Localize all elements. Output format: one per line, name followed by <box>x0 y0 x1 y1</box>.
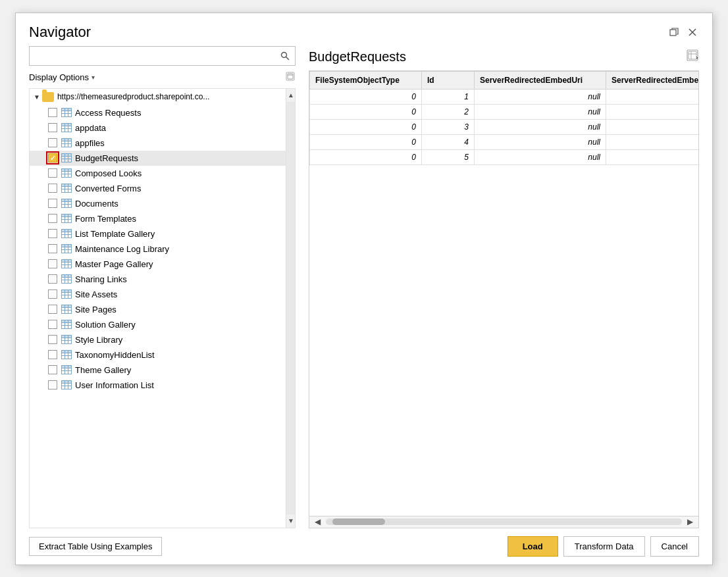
close-button[interactable] <box>686 26 699 39</box>
tree-item-checkbox[interactable] <box>48 229 57 238</box>
tree-item[interactable]: Solution Gallery <box>30 317 286 332</box>
tree-item[interactable]: Site Pages <box>30 302 286 317</box>
svg-line-4 <box>286 57 290 60</box>
tree-item-checkbox[interactable] <box>48 335 57 344</box>
table-cell: 0 <box>310 104 422 119</box>
tree-item-label: BudgetRequests <box>75 153 138 163</box>
svg-point-3 <box>282 52 287 57</box>
tree-item[interactable]: List Template Gallery <box>30 226 286 241</box>
load-button[interactable]: Load <box>507 536 558 557</box>
tree-item-label: Site Pages <box>75 305 117 314</box>
tree-item[interactable]: appdata <box>30 120 286 136</box>
tree-item-checkbox[interactable] <box>48 259 57 268</box>
bottom-bar: Extract Table Using Examples Load Transf… <box>16 528 712 564</box>
table-cell <box>606 104 699 119</box>
tree-item-label: appfiles <box>75 138 105 148</box>
tree-items-container: Access Requests appdata appfiles BudgetR… <box>30 105 286 393</box>
tree-item[interactable]: Maintenance Log Library <box>30 241 286 257</box>
hscroll-right-button[interactable]: ▶ <box>685 517 696 526</box>
folder-icon <box>42 92 54 102</box>
tree-item-checkbox[interactable] <box>48 214 57 223</box>
tree-item[interactable]: Documents <box>30 196 286 211</box>
tree-item-checkbox[interactable] <box>48 184 57 193</box>
tree-item-checkbox[interactable] <box>48 199 57 208</box>
tree-root-item[interactable]: ▼ https://themeasuredproduct.sharepoint.… <box>30 89 286 105</box>
tree-item[interactable]: Style Library <box>30 332 286 347</box>
table-icon <box>61 289 72 299</box>
window-controls <box>667 26 699 39</box>
scroll-column: ▲ ▼ <box>286 89 295 528</box>
tree-item[interactable]: Composed Looks <box>30 166 286 181</box>
tree-item-checkbox[interactable] <box>48 380 57 389</box>
transform-data-button[interactable]: Transform Data <box>563 536 645 557</box>
tree-item-label: User Information List <box>75 380 154 390</box>
tree-item-checkbox[interactable] <box>48 305 57 314</box>
search-input[interactable] <box>30 47 275 65</box>
title-bar: Navigator <box>16 13 712 46</box>
refresh-button[interactable] <box>285 71 296 84</box>
tree-item-label: Converted Forms <box>75 184 141 193</box>
tree-item[interactable]: TaxonomyHiddenList <box>30 347 286 363</box>
tree-item-label: Style Library <box>75 335 122 345</box>
action-buttons: Load Transform Data Cancel <box>507 536 699 557</box>
tree-item-checkbox[interactable] <box>48 168 57 178</box>
dialog-title: Navigator <box>29 24 91 41</box>
tree-item[interactable]: User Information List <box>30 378 286 393</box>
table-cell <box>606 119 699 134</box>
tree-item[interactable]: Converted Forms <box>30 181 286 196</box>
tree-item-checkbox[interactable] <box>48 289 57 299</box>
svg-rect-0 <box>670 30 676 36</box>
tree-item-checkbox[interactable] <box>48 123 57 132</box>
cancel-button[interactable]: Cancel <box>650 536 699 557</box>
hscroll-track[interactable] <box>326 518 682 525</box>
scroll-down-button[interactable]: ▼ <box>286 514 296 528</box>
table-body: 01null02null03null04null05null <box>310 89 699 164</box>
hscroll-left-button[interactable]: ◀ <box>312 517 323 526</box>
tree-item-checkbox[interactable] <box>48 138 57 147</box>
search-bar <box>29 46 296 66</box>
tree-item-checkbox[interactable] <box>48 244 57 253</box>
tree-item-checkbox[interactable] <box>48 274 57 284</box>
scroll-up-button[interactable]: ▲ <box>286 89 296 102</box>
table-header-cell: ServerRedirectedEmbedUri <box>475 71 606 89</box>
tree-item-checkbox[interactable] <box>48 350 57 359</box>
extract-table-button[interactable]: Extract Table Using Examples <box>29 537 162 556</box>
display-options-button[interactable]: Display Options ▾ <box>29 72 95 82</box>
table-cell: null <box>475 89 606 104</box>
table-header-cell: FileSystemObjectType <box>310 71 422 89</box>
tree-item[interactable]: Theme Gallery <box>30 363 286 378</box>
table-icon <box>61 259 72 268</box>
tree-item[interactable]: appfiles <box>30 136 286 151</box>
search-button[interactable] <box>275 46 295 66</box>
table-icon <box>61 229 72 238</box>
tree-item-checkbox[interactable] <box>48 153 57 163</box>
tree-item[interactable]: BudgetRequests <box>30 151 286 166</box>
tree-item[interactable]: Sharing Links <box>30 272 286 287</box>
table-header-cell: ServerRedirectedEmbed <box>606 71 699 89</box>
tree-item-checkbox[interactable] <box>48 365 57 374</box>
hscroll-thumb[interactable] <box>332 518 385 525</box>
table-icon <box>61 350 72 359</box>
tree-item-label: Solution Gallery <box>75 320 136 330</box>
table-cell: null <box>475 134 606 149</box>
tree-item-checkbox[interactable] <box>48 108 57 117</box>
svg-rect-6 <box>288 74 293 79</box>
data-table-wrapper: FileSystemObjectTypeIdServerRedirectedEm… <box>309 70 699 528</box>
tree-item[interactable]: Access Requests <box>30 105 286 120</box>
tree-item[interactable]: Site Assets <box>30 287 286 302</box>
table-header-row: FileSystemObjectTypeIdServerRedirectedEm… <box>310 71 699 89</box>
tree-item-checkbox[interactable] <box>48 320 57 329</box>
tree-item-label: Master Page Gallery <box>75 259 153 269</box>
table-options-icon[interactable] <box>686 49 699 65</box>
display-options-row: Display Options ▾ <box>29 71 296 84</box>
table-cell <box>606 134 699 149</box>
table-icon <box>61 168 72 178</box>
table-icon <box>61 123 72 132</box>
table-cell: 3 <box>422 119 475 134</box>
table-cell: 5 <box>422 149 475 164</box>
tree-scroll[interactable]: ▼ https://themeasuredproduct.sharepoint.… <box>30 89 286 528</box>
tree-item[interactable]: Form Templates <box>30 211 286 226</box>
restore-button[interactable] <box>667 26 681 39</box>
tree-item-label: Access Requests <box>75 108 141 118</box>
tree-item[interactable]: Master Page Gallery <box>30 257 286 272</box>
